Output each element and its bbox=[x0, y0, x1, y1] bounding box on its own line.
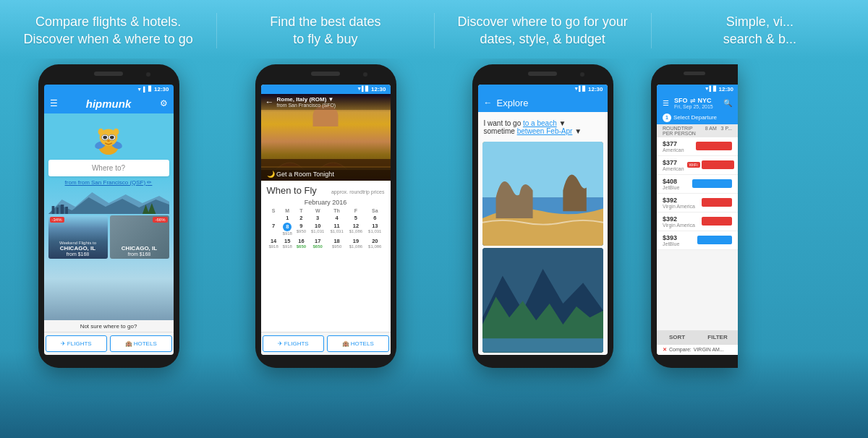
svg-point-9 bbox=[110, 135, 114, 139]
plane-icon-2: ✈ bbox=[278, 340, 283, 347]
sale-badge-1: -34% bbox=[50, 217, 64, 223]
cal-cell-13[interactable]: 13$1,031 bbox=[365, 222, 384, 237]
step-number: 1 bbox=[663, 113, 671, 122]
cal-cell-15[interactable]: 15$918 bbox=[281, 237, 294, 250]
phone-1-screen: ▼ ▌ ▊ 12:30 ☰ hipmunk ⚙ bbox=[44, 85, 174, 355]
clock-2: 12:30 bbox=[371, 86, 386, 93]
flight-row-6[interactable]: $393 JetBlue bbox=[657, 231, 738, 250]
hero-sublocation: from San Francisco (SFO) bbox=[277, 103, 336, 108]
search-icon[interactable]: 🔍 bbox=[723, 99, 732, 107]
phone-2-bottom-buttons: ✈ FLIGHTS 🏨 HOTELS bbox=[261, 332, 391, 355]
edit-icon: ✏ bbox=[147, 179, 152, 186]
select-departure: 1 Select Departure bbox=[657, 112, 738, 124]
flight-row-1[interactable]: $377 American bbox=[657, 137, 738, 156]
cal-header-w: W bbox=[308, 207, 327, 214]
hero-cta: 🌙 Get a Room Tonight bbox=[261, 168, 391, 181]
flight-row-5[interactable]: $392 Virgin America bbox=[657, 212, 738, 231]
back-arrow-3[interactable]: ← bbox=[484, 98, 493, 108]
cal-cell-11[interactable]: 11$1,031 bbox=[327, 222, 346, 237]
explore-query: I want to go to a beach ▼ sometime betwe… bbox=[478, 112, 608, 139]
date-link[interactable]: between Feb-Apr bbox=[517, 127, 573, 135]
flight-price-2: $377 bbox=[663, 159, 684, 166]
hotel-icon-2: 🏨 bbox=[342, 340, 349, 347]
phone-3-appbar: ← Explore bbox=[478, 94, 608, 112]
city-2-name: CHICAGO, IL bbox=[110, 245, 169, 252]
cal-cell-16[interactable]: 16$650 bbox=[294, 237, 308, 250]
cal-cell-17[interactable]: 17$650 bbox=[308, 237, 327, 250]
destination-cards: CABO SAN LUCAS, MEXICO flights from $299 bbox=[478, 139, 608, 355]
cal-cell-19[interactable]: 19$1,086 bbox=[346, 237, 365, 250]
hamburger-icon[interactable]: ☰ bbox=[50, 98, 58, 108]
banner-1: Compare flights & hotels. Discover when … bbox=[0, 13, 217, 48]
time-header: ROUNDTRIPPER PERSON 8 AM 3 P... bbox=[657, 124, 738, 137]
wifi-signal-1: ▌ bbox=[143, 87, 147, 92]
cal-cell-20[interactable]: 20$1,086 bbox=[365, 237, 384, 250]
dest-card-2[interactable]: KAHULUI, HI flights from $312 bbox=[482, 248, 603, 353]
not-sure-text: Not sure where to go? bbox=[44, 320, 174, 332]
status-bar-1: ▼ ▌ ▊ 12:30 bbox=[44, 85, 174, 94]
cal-header-f: F bbox=[346, 207, 365, 214]
phone-4-screen: ▼▌▊ 12:30 ☰ SFO ⇌ NYC Fri, Sep 25, 2015 … bbox=[657, 85, 738, 355]
cal-cell-7[interactable]: 7 bbox=[267, 222, 281, 237]
cal-cell-1[interactable]: 1 bbox=[281, 214, 294, 222]
cal-cell-6[interactable]: 6 bbox=[365, 214, 384, 222]
hotel-icon-1: 🏨 bbox=[125, 340, 132, 347]
beach-link[interactable]: to a beach bbox=[523, 119, 557, 127]
flight-bar-1 bbox=[696, 142, 732, 150]
flight-row-4[interactable]: $392 Virgin America bbox=[657, 194, 738, 212]
filter-button[interactable]: FILTER bbox=[697, 330, 738, 344]
p2-topbar: ← Rome, Italy (ROM) ▼ from San Francisco… bbox=[261, 94, 391, 110]
flight-row-3[interactable]: $408 JetBlue bbox=[657, 175, 738, 194]
dest-card-1[interactable]: CABO SAN LUCAS, MEXICO flights from $299 bbox=[482, 142, 603, 246]
flight-row-2[interactable]: $377 American WiFi bbox=[657, 156, 738, 175]
flight-bar-2 bbox=[702, 160, 734, 169]
airline-6: JetBlue bbox=[663, 241, 679, 246]
flight-bar-6 bbox=[697, 236, 732, 244]
phone-4-appbar: ☰ SFO ⇌ NYC Fri, Sep 25, 2015 🔍 bbox=[657, 94, 738, 112]
cal-cell-12[interactable]: 12$1,086 bbox=[346, 222, 365, 237]
flight-price-6: $393 bbox=[663, 234, 679, 241]
phone-1-wrapper: ▼ ▌ ▊ 12:30 ☰ hipmunk ⚙ bbox=[0, 59, 217, 368]
search-box[interactable]: Where to? bbox=[48, 160, 169, 176]
compare-x-icon[interactable]: ✕ bbox=[663, 347, 667, 353]
back-arrow-2[interactable]: ← bbox=[265, 97, 274, 107]
phone-2-screen: ▼▌▊ 12:30 bbox=[261, 85, 391, 355]
hotels-button-2[interactable]: 🏨 HOTELS bbox=[327, 335, 389, 352]
svg-rect-25 bbox=[482, 338, 603, 352]
phone-1-bottom-buttons: ✈ FLIGHTS 🏨 HOTELS bbox=[44, 332, 174, 355]
cal-cell-2[interactable]: 2 bbox=[294, 214, 308, 222]
city-card-2[interactable]: -66% CHICAGO, IL from $168 bbox=[110, 215, 169, 259]
cal-cell-3[interactable]: 3 bbox=[308, 214, 327, 222]
flights-button-1[interactable]: ✈ FLIGHTS bbox=[46, 335, 108, 352]
sort-button[interactable]: SORT bbox=[657, 330, 697, 344]
cal-cell-14[interactable]: 14$918 bbox=[267, 237, 281, 250]
battery-icon-1: ▊ bbox=[148, 86, 152, 92]
settings-icon[interactable]: ⚙ bbox=[160, 98, 168, 108]
city-card-1[interactable]: -34% Weekend Flights to CHICAGO, IL from… bbox=[48, 215, 108, 259]
cal-cell-8[interactable]: 8 $918 bbox=[281, 222, 294, 237]
flights-button-2[interactable]: ✈ FLIGHTS bbox=[263, 335, 325, 352]
airline-1: American bbox=[663, 147, 684, 153]
cal-cell-10[interactable]: 10$1,031 bbox=[308, 222, 327, 237]
city-1-price: from $168 bbox=[48, 252, 108, 257]
banner-3: Discover where to go for your dates, sty… bbox=[435, 13, 652, 48]
phone-4: ▼▌▊ 12:30 ☰ SFO ⇌ NYC Fri, Sep 25, 2015 … bbox=[651, 64, 738, 368]
phone-2: ▼▌▊ 12:30 bbox=[255, 64, 396, 368]
hotels-button-1[interactable]: 🏨 HOTELS bbox=[110, 335, 172, 352]
svg-rect-16 bbox=[65, 207, 68, 214]
svg-point-8 bbox=[103, 135, 107, 139]
cal-cell-5[interactable]: 5 bbox=[346, 214, 365, 222]
cal-cell-9[interactable]: 9$950 bbox=[294, 222, 308, 237]
when-to-fly: When to Fly approx. roundtrip prices Feb… bbox=[261, 181, 391, 332]
city-cards: -34% Weekend Flights to CHICAGO, IL from… bbox=[48, 215, 169, 259]
from-location[interactable]: from from San Francisco (QSF) ✏ bbox=[65, 179, 153, 186]
svg-point-5 bbox=[114, 128, 119, 135]
hamburger-icon-4[interactable]: ☰ bbox=[663, 99, 669, 107]
calendar-month: February 2016 bbox=[267, 199, 385, 206]
cal-cell-4[interactable]: 4 bbox=[327, 214, 346, 222]
phone-1-body: Where to? from from San Francisco (QSF) … bbox=[44, 113, 174, 320]
airline-5: Virgin America bbox=[663, 223, 695, 228]
clock-4: 12:30 bbox=[719, 86, 733, 93]
cal-cell-18[interactable]: 18$950 bbox=[327, 237, 346, 250]
banner-2: Find the best dates to fly & buy bbox=[217, 13, 434, 48]
